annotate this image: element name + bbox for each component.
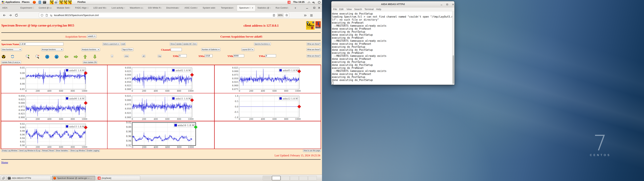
auto-update-button[interactable]: Auto Update ON [83,61,97,64]
network-status-icon[interactable]: ? [308,1,310,4]
multi-button[interactable]: multi [120,42,126,46]
window-app-menu[interactable]: Firefox [78,1,86,3]
what-are-these-button-1[interactable]: What are these? [306,42,321,46]
url-bar[interactable]: localhost:8015/Spectrum/Spectrum.tml 80% [39,12,289,18]
update-rate-dropdown[interactable]: Update Rate (4 secs) [1,61,21,64]
browser-tab[interactable]: Temperature × [219,5,237,11]
scroll-down-icon[interactable] [45,55,49,59]
zoom-level-chip[interactable]: 80% [277,14,284,17]
workspace-cell[interactable] [308,176,317,180]
tags-fits-dropdown[interactable]: Tags & Fits [122,48,134,51]
new-tab-button[interactable]: + [293,6,298,10]
select-spectrum-dropdown[interactable]: Select a spectrum [102,42,120,46]
what-are-these-button-3[interactable]: What are these? [306,54,321,58]
spectrum-name-input[interactable] [20,42,64,46]
ymax-input[interactable] [265,54,276,57]
bookmark-star-icon[interactable] [285,14,288,17]
browser-tab[interactable]: ASIC Control × [182,5,200,11]
arrow-left-icon[interactable] [64,55,68,58]
taskbar-window-button[interactable]: Spectrum Browser @ carme-gsi — ... [52,176,95,180]
reader-mode-icon[interactable] [272,14,276,17]
plot-cell-aida05[interactable]: 9.0259.0008.9758.9508.9258.9008.87502004… [215,65,321,93]
all-button[interactable]: all [142,55,146,58]
terminal-launcher-icon[interactable] [43,0,46,4]
log-button[interactable]: log [158,55,162,58]
log-window-button[interactable]: Show Variables [55,149,68,152]
distro-logo-icon[interactable] [1,0,5,4]
refresh-icon[interactable] [10,55,14,58]
terminal-scrollbar[interactable] [452,12,454,85]
browser-tab[interactable]: AIDA × [0,5,18,11]
power-icon[interactable] [318,1,321,4]
workspace-cell[interactable] [263,176,272,180]
shield-icon[interactable] [40,14,44,17]
taskbar-window-button[interactable]: [AnyDesk] [96,176,140,180]
window-list-handle[interactable] [1,176,6,180]
zero-button[interactable]: Zero [192,42,197,46]
channel-input[interactable] [171,48,182,51]
log-window-button[interactable]: Reset [48,149,54,152]
log-window-button[interactable]: Reload [42,149,48,152]
forward-icon[interactable] [8,13,12,17]
layout-dropdown[interactable]: Layout ID=7 [241,48,254,51]
browser-tab[interactable]: Discriminator × [164,5,182,11]
update-button[interactable]: Update [176,42,182,46]
applications-menu[interactable]: Applications [5,1,20,3]
screenshot-launcher-icon[interactable] [54,0,58,4]
volume-muted-icon[interactable] [312,1,315,4]
window-restore-button[interactable] [312,6,316,10]
log-window-button[interactable]: Send Log Window to ELog [18,149,41,152]
terminal-menu-item[interactable]: Help [376,8,381,10]
overflow-menu-icon[interactable] [303,14,307,18]
midas-launcher-icon-1[interactable]: M [50,0,54,4]
terminal-title-bar[interactable]: AIDA MIDAS HTTPd [332,1,454,7]
url-text[interactable]: localhost:8015/Spectrum/Spectrum.tml [54,14,98,17]
terminal-minimize-button[interactable] [440,3,443,6]
browser-tab[interactable]: Control @ ca × [36,5,55,11]
plot-cell-aida11[interactable]: 9.0259.0008.9758.9508.9258.9000200400600… [108,93,214,121]
terminal-menu-item[interactable]: Terminal [364,8,374,10]
tab-close-icon[interactable]: × [251,6,254,10]
show-button[interactable]: Show [170,42,176,46]
browser-tab[interactable]: LED and Wave × [91,5,109,11]
new-button[interactable]: new [124,55,129,58]
browser-tab[interactable]: Waveform cap × [128,5,146,11]
terminal-window[interactable]: AIDA MIDAS HTTPd FileEditViewSearchTermi… [331,1,454,85]
places-menu[interactable]: Places [22,1,30,3]
midas-launcher-icon-2[interactable]: M [59,0,63,4]
terminal-menu-item[interactable]: Search [354,8,362,10]
arrow-up-icon[interactable] [83,55,87,59]
browser-tab[interactable]: Run Control ( × [273,5,292,11]
galleries-dropdown[interactable]: Number of Galleries [201,48,220,51]
terminal-menu-item[interactable]: File [333,8,337,10]
terminal-menu-item[interactable]: Edit [339,8,344,10]
arrow-right-icon[interactable] [74,55,78,58]
terminal-content[interactable]: done executing do_PostSetup loading Spec… [332,12,454,85]
workspace-cell[interactable] [272,176,280,180]
permissions-icon[interactable] [50,14,53,17]
taskbar-window-button[interactable]: AIDA MIDAS HTTPd [6,176,51,180]
browser-tab[interactable]: GSI White Rab × [146,5,164,11]
plot-cell-aida16[interactable]: 9.029.008.988.968.948.920200400600800100… [108,121,214,149]
update-all-button[interactable]: Update All [182,42,192,46]
files-launcher-icon[interactable] [38,0,42,4]
browser-tab[interactable]: Experiment Co × [18,5,36,11]
browser-tab[interactable]: FADC Align & × [73,5,91,11]
plot-cell-aida15[interactable]: 9.029.008.988.968.948.928.90020040060080… [1,121,107,149]
window-close-button[interactable] [317,6,321,10]
xmax-input[interactable] [204,54,212,57]
midas-launcher-icon-4[interactable]: M [68,0,72,4]
browser-tab[interactable]: Lost activity m × [109,5,128,11]
workspace-cell[interactable] [281,176,290,180]
workspace-cell[interactable] [290,176,299,180]
spectra-functions-dropdown[interactable]: Spectra functions [254,42,271,46]
scroll-up-icon[interactable] [55,55,58,59]
terminal-scrollbar-thumb[interactable] [453,55,454,84]
plot-cell-aida06[interactable]: 9.0509.0259.0008.9758.9508.9258.90002004… [1,93,107,121]
anydesk-tray-icon[interactable] [288,1,290,4]
terminal-restore-button[interactable] [446,3,448,6]
analysis-functions-dropdown[interactable]: Analysis functions [81,48,100,51]
radioactive-icon[interactable] [2,55,6,59]
how-to-use-button[interactable]: How to use this page [303,149,321,152]
workspace-cell[interactable] [299,176,308,180]
